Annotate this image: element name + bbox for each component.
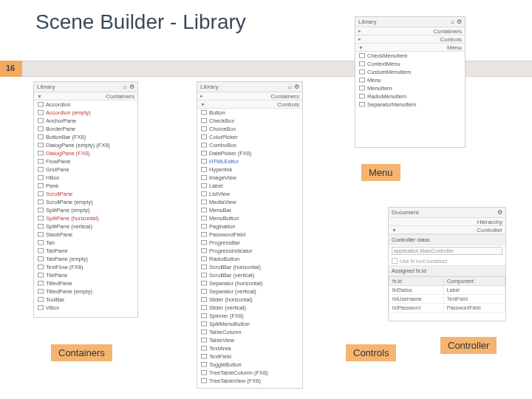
library-item[interactable]: TableView bbox=[197, 336, 302, 344]
library-item[interactable]: CheckBox bbox=[197, 117, 302, 125]
library-item[interactable]: MenuButton bbox=[197, 214, 302, 222]
library-item[interactable]: Hyperlink bbox=[197, 166, 302, 174]
gear-icon[interactable]: ⚙ bbox=[294, 83, 299, 90]
library-item[interactable]: Label bbox=[197, 182, 302, 190]
library-item[interactable]: ChoiceBox bbox=[197, 125, 302, 133]
library-item[interactable]: ProgressBar bbox=[197, 239, 302, 247]
search-icon[interactable]: ⌕ bbox=[123, 83, 127, 90]
section-header[interactable]: ▸Controls bbox=[355, 35, 465, 44]
item-icon bbox=[37, 248, 44, 254]
library-item[interactable]: TextField bbox=[197, 352, 302, 361]
library-item[interactable]: ScrollPane (empty) bbox=[34, 198, 137, 206]
library-item[interactable]: HBox bbox=[34, 174, 137, 182]
tab-hierarchy[interactable]: Hierarchy bbox=[389, 218, 505, 226]
item-label: FlowPane bbox=[46, 158, 70, 165]
library-item[interactable]: CustomMenuItem bbox=[355, 68, 465, 76]
gear-icon[interactable]: ⚙ bbox=[129, 83, 134, 90]
table-row[interactable]: txtUsernameTextField bbox=[389, 295, 505, 304]
library-item[interactable]: ListView bbox=[197, 190, 302, 198]
library-item[interactable]: Separator (vertical) bbox=[197, 287, 302, 296]
table-row[interactable]: lblStatusLabel bbox=[389, 286, 505, 295]
library-item[interactable]: ToolBar bbox=[34, 296, 137, 304]
item-icon bbox=[200, 110, 207, 116]
library-item[interactable]: AnchorPane bbox=[34, 117, 137, 125]
library-item[interactable]: TabPane bbox=[34, 247, 137, 255]
library-item[interactable]: Separator (horizontal) bbox=[197, 279, 302, 287]
library-item[interactable]: Slider (horizontal) bbox=[197, 296, 302, 304]
table-row[interactable]: txtPasswordPasswordField bbox=[389, 304, 505, 313]
library-item[interactable]: ColorPicker bbox=[197, 133, 302, 141]
library-item[interactable]: RadioMenuItem bbox=[355, 92, 465, 100]
library-item[interactable]: TreeTableView (FX8) bbox=[197, 377, 302, 385]
library-item[interactable]: BorderPane bbox=[34, 125, 137, 133]
tab-controller[interactable]: ▼Controller bbox=[389, 226, 505, 234]
library-item[interactable]: SplitPane (vertical) bbox=[34, 222, 137, 231]
item-icon bbox=[37, 175, 44, 181]
item-icon bbox=[200, 354, 207, 360]
library-item[interactable]: ImageView bbox=[197, 174, 302, 182]
library-item[interactable]: TableColumn bbox=[197, 328, 302, 336]
library-item[interactable]: TitledPane (empty) bbox=[34, 287, 137, 296]
library-item[interactable]: Pagination bbox=[197, 222, 302, 231]
svg-rect-56 bbox=[201, 354, 206, 358]
section-header[interactable]: ▼Containers bbox=[34, 92, 137, 100]
library-item[interactable]: Spinner (FX8) bbox=[197, 312, 302, 320]
library-item[interactable]: SplitMenuButton bbox=[197, 320, 302, 328]
library-item[interactable]: ProgressIndicator bbox=[197, 247, 302, 255]
library-item[interactable]: GridPane bbox=[34, 166, 137, 174]
library-item[interactable]: SeparatorMenuItem bbox=[355, 100, 465, 109]
library-item[interactable]: MenuItem bbox=[355, 84, 465, 92]
library-item[interactable]: VBox bbox=[34, 304, 137, 312]
library-item[interactable]: TextArea bbox=[197, 344, 302, 352]
library-item[interactable]: ToggleButton bbox=[197, 361, 302, 369]
library-item[interactable]: DialogPane (FX8) bbox=[34, 149, 137, 157]
library-item[interactable]: MenuBar bbox=[197, 206, 302, 214]
section-header[interactable]: ▸Containers bbox=[197, 92, 302, 100]
controller-class-input[interactable]: application.MainController bbox=[392, 247, 502, 255]
item-icon bbox=[358, 102, 365, 108]
library-item[interactable]: Slider (vertical) bbox=[197, 304, 302, 312]
library-item[interactable]: TitledPane bbox=[34, 279, 137, 287]
assigned-fxid-label: Assigned fx:id bbox=[389, 265, 505, 276]
library-item[interactable]: TreeTableColumn (FX8) bbox=[197, 369, 302, 377]
item-label: MediaView bbox=[209, 199, 236, 205]
library-item[interactable]: Accordion (empty) bbox=[34, 109, 137, 117]
library-item[interactable]: Accordion bbox=[34, 100, 137, 109]
fxroot-checkbox[interactable]: Use fx:root construct bbox=[389, 256, 505, 265]
library-item[interactable]: FlowPane bbox=[34, 157, 137, 166]
item-label: TableView bbox=[209, 337, 234, 344]
library-item[interactable]: ComboBox bbox=[197, 141, 302, 149]
library-item[interactable]: TabPane (empty) bbox=[34, 255, 137, 263]
item-label: ListView bbox=[209, 191, 230, 197]
library-item[interactable]: ScrollBar (horizontal) bbox=[197, 263, 302, 271]
search-icon[interactable]: ⌕ bbox=[451, 18, 454, 25]
gear-icon[interactable]: ⚙ bbox=[497, 209, 502, 216]
library-item[interactable]: Tab bbox=[34, 239, 137, 247]
library-item[interactable]: TilePane bbox=[34, 271, 137, 279]
library-item[interactable]: HTMLEditor bbox=[197, 157, 302, 166]
item-icon bbox=[358, 78, 365, 83]
search-icon[interactable]: ⌕ bbox=[288, 83, 292, 90]
library-item[interactable]: Menu bbox=[355, 76, 465, 84]
library-item[interactable]: DialogPane (empty) (FX8) bbox=[34, 141, 137, 149]
library-item[interactable]: SplitPane (horizontal) bbox=[34, 214, 137, 222]
library-item[interactable]: Button bbox=[197, 109, 302, 117]
library-item[interactable]: RadioButton bbox=[197, 255, 302, 263]
library-item[interactable]: ScrollBar (vertical) bbox=[197, 271, 302, 279]
section-header[interactable]: ▼Controls bbox=[197, 100, 302, 109]
library-item[interactable]: SplitPane (empty) bbox=[34, 206, 137, 214]
library-item[interactable]: PasswordField bbox=[197, 231, 302, 239]
gear-icon[interactable]: ⚙ bbox=[457, 18, 462, 25]
library-item[interactable]: DatePicker (FX8) bbox=[197, 149, 302, 157]
library-item[interactable]: StackPane bbox=[34, 231, 137, 239]
caption-menu: Menu bbox=[361, 164, 400, 181]
library-item[interactable]: ContextMenu bbox=[355, 60, 465, 68]
section-header[interactable]: ▼Menu bbox=[355, 44, 465, 52]
library-item[interactable]: ScrollPane bbox=[34, 190, 137, 198]
library-item[interactable]: MediaView bbox=[197, 198, 302, 206]
library-item[interactable]: Pane bbox=[34, 182, 137, 190]
library-item[interactable]: TextFlow (FX8) bbox=[34, 263, 137, 271]
library-item[interactable]: ButtonBar (FX8) bbox=[34, 133, 137, 141]
library-item[interactable]: CheckMenuItem bbox=[355, 52, 465, 60]
section-header[interactable]: ▸Containers bbox=[355, 27, 465, 35]
